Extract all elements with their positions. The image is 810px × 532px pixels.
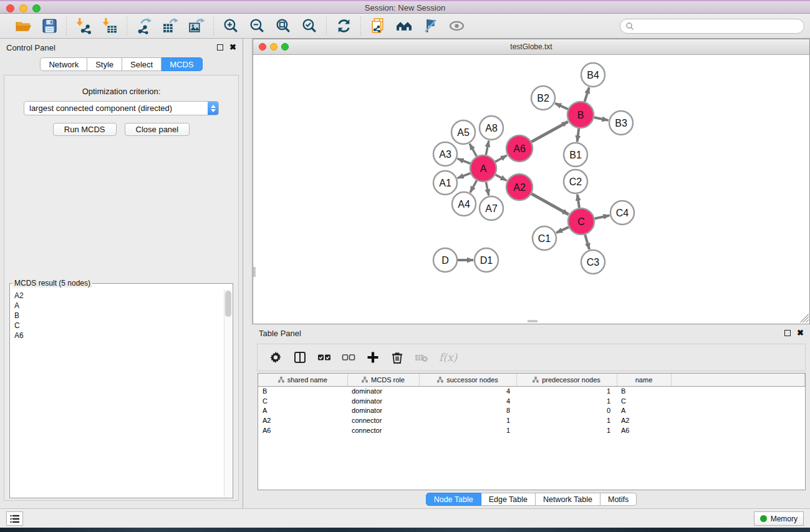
import-table-button[interactable] [100,17,119,36]
export-table-icon [162,17,179,34]
columns-icon [293,351,307,364]
hide-graphics-details-button[interactable] [421,17,440,36]
graph-edge-B-B4[interactable] [585,87,589,102]
show-all-networks-button[interactable] [395,17,413,36]
attribute-type-icon [533,377,539,383]
graph-edge-C-C3[interactable] [585,235,589,249]
save-session-button[interactable] [40,17,59,36]
delete-column-button[interactable] [390,351,404,364]
close-panel-button[interactable]: Close panel [125,123,190,136]
graph-edge-A-A1[interactable] [458,173,471,178]
status-bar: Memory [0,508,810,528]
graph-edge-B-B1[interactable] [577,128,579,142]
graph-edge-B-B3[interactable] [594,117,609,120]
canvas-horizontal-scrollbar[interactable] [528,320,538,322]
zoom-out-icon [249,17,266,34]
table-row[interactable]: Adominator 80 A [258,406,805,416]
window-resize-grip[interactable] [800,314,809,322]
graph-edge-A-A3[interactable] [458,158,471,163]
graph-edge-A-A5[interactable] [470,143,476,156]
tab-edge-table[interactable]: Edge Table [481,493,536,506]
result-item[interactable]: A6 [14,331,224,341]
mcds-result-list[interactable]: A2 A B C A6 [11,289,224,497]
tab-select[interactable]: Select [122,57,162,71]
canvas-vertical-scrollbar[interactable] [253,267,256,277]
tab-node-table[interactable]: Node Table [426,493,481,506]
network-graph[interactable]: B4B2BB3A8A5A6A3B1AC2A1A2A4A7C4CC1DD1C3 [253,55,809,323]
open-file-button[interactable] [14,17,32,36]
refresh-button[interactable] [334,17,353,36]
graph-node-label-B1: B1 [569,150,582,160]
table-row[interactable]: Cdominator 41 C [258,396,805,406]
graph-edge-A-A7[interactable] [486,182,488,196]
delete-table-button[interactable] [415,351,428,364]
select-all-button[interactable] [317,351,331,364]
zoom-in-button[interactable] [221,17,240,36]
import-network-button[interactable] [74,17,93,36]
result-item[interactable]: A2 [14,291,224,301]
memory-button[interactable]: Memory [754,511,804,526]
table-row[interactable]: A2connector 11 A2 [258,415,805,425]
zoom-out-button[interactable] [248,17,266,36]
mcds-panel: Optimization criterion: largest connecte… [4,75,239,501]
export-network-icon [136,17,153,34]
result-item[interactable]: B [14,311,224,321]
close-panel-icon[interactable]: ✖ [229,44,236,51]
deselect-all-button[interactable] [342,351,355,364]
gear-icon [269,351,282,364]
result-item[interactable]: A [14,301,224,311]
tab-style[interactable]: Style [87,57,122,71]
table-close-panel-icon[interactable]: ✖ [797,330,804,336]
float-panel-icon[interactable] [217,44,223,51]
zoom-selected-button[interactable] [300,17,319,36]
result-scrollbar[interactable] [224,289,232,497]
list-icon [10,515,20,523]
network-window-titlebar[interactable]: testGlobe.txt [253,39,809,55]
column-header-name[interactable]: name [617,374,671,386]
export-image-button[interactable] [187,17,206,36]
table-options-button[interactable] [269,351,282,364]
run-mcds-button[interactable]: Run MCDS [53,123,117,136]
column-header-predecessor-nodes[interactable]: predecessor nodes [516,374,617,386]
graph-edge-C-C2[interactable] [577,195,579,208]
column-header-shared-name[interactable]: shared name [258,374,347,386]
export-network-button[interactable] [135,17,153,36]
graph-edge-A-A6[interactable] [495,155,507,162]
column-header-successor-nodes[interactable]: successor nodes [419,374,516,386]
table-row[interactable]: Bdominator 41 B [258,386,805,396]
function-builder-button[interactable]: f(x) [439,351,457,364]
column-selector-button[interactable] [293,351,307,364]
tab-motifs[interactable]: Motifs [600,493,637,506]
graph-edge-A-A2[interactable] [496,175,507,180]
show-task-history-button[interactable] [6,511,23,526]
graph-edge-A6-B[interactable] [531,122,568,142]
refresh-icon [335,17,352,34]
tab-mcds[interactable]: MCDS [162,57,202,71]
criterion-select[interactable]: largest connected component (directed) [24,101,219,115]
add-column-button[interactable] [366,351,380,364]
network-canvas[interactable]: B4B2BB3A8A5A6A3B1AC2A1A2A4A7C4CC1DD1C3 [253,55,809,323]
right-column: testGlobe.txt B4B2BB3A8A5A6A3B1AC2A1A2A4… [253,39,810,508]
tab-network-table[interactable]: Network Table [536,493,600,506]
export-table-button[interactable] [161,17,180,36]
zoom-fit-button[interactable] [274,17,292,36]
tab-network[interactable]: Network [40,57,87,71]
graph-edge-A-A8[interactable] [486,141,489,155]
graph-node-label-C3: C3 [587,257,600,268]
new-session-from-network-button[interactable] [369,17,387,36]
graph-node-label-A8: A8 [485,123,498,133]
main-toolbar [0,14,810,39]
graph-edge-A-A4[interactable] [470,180,476,192]
table-float-panel-icon[interactable] [784,330,791,336]
graph-edge-C-C1[interactable] [556,227,569,233]
result-item[interactable]: C [14,321,224,331]
graph-edge-B-B2[interactable] [555,104,568,109]
show-graphics-details-button[interactable] [447,17,466,36]
result-scrollbar-thumb[interactable] [225,291,231,317]
search-field[interactable] [620,19,804,34]
table-row[interactable]: A6connector 11 A6 [258,425,805,435]
graph-edge-A2-C[interactable] [531,194,569,215]
search-input[interactable] [634,22,804,31]
column-header-mcds-role[interactable]: MCDS role [347,374,419,386]
graph-edge-C-C4[interactable] [595,215,610,218]
